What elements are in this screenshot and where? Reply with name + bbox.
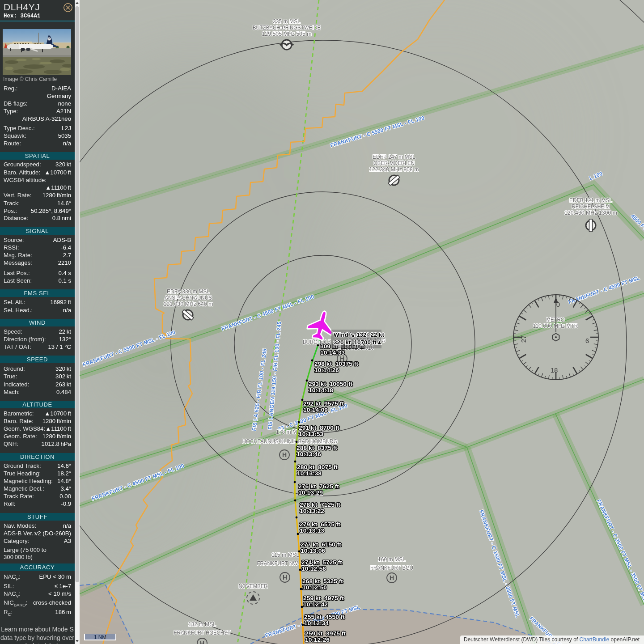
svg-text:298 kt 10375 ft: 298 kt 10375 ft xyxy=(314,360,359,367)
svg-text:METRO: METRO xyxy=(547,317,565,323)
svg-text:120.430 MHz 1300 m: 120.430 MHz 1300 m xyxy=(564,210,617,216)
svg-text:255 kt 4550 ft: 255 kt 4550 ft xyxy=(304,614,345,620)
svg-text:129.505 MHz 505 m: 129.505 MHz 505 m xyxy=(262,31,312,37)
svg-text:10:14:26: 10:14:26 xyxy=(314,367,339,373)
svg-text:122.340 MHz 808 m: 122.340 MHz 808 m xyxy=(369,166,419,173)
svg-text:268 kt 5325 ft: 268 kt 5325 ft xyxy=(302,578,343,585)
svg-text:292 kt 9575 ft: 292 kt 9575 ft xyxy=(303,400,344,407)
svg-text:10:14:09: 10:14:09 xyxy=(303,407,328,413)
svg-text:10:12:42: 10:12:42 xyxy=(303,601,328,608)
svg-text:0: 0 xyxy=(556,301,560,308)
svg-text:EDFP 247 m MSL: EDFP 247 m MSL xyxy=(373,154,415,160)
svg-text:10:12:58: 10:12:58 xyxy=(301,565,326,572)
svg-text:EDFB 121 m MSL: EDFB 121 m MSL xyxy=(569,197,612,203)
svg-text:H: H xyxy=(200,640,204,644)
svg-text:10:12:26: 10:12:26 xyxy=(305,636,330,643)
svg-text:115 m MSL: 115 m MSL xyxy=(271,552,299,558)
svg-text:HOCHTAUNUS-KLINIK BAD HOMBURG: HOCHTAUNUS-KLINIK BAD HOMBURG xyxy=(242,438,338,445)
svg-text:H: H xyxy=(283,574,287,581)
svg-text:160 m MSL: 160 m MSL xyxy=(378,556,406,563)
svg-text:10:14:18: 10:14:18 xyxy=(309,387,333,394)
svg-text:18: 18 xyxy=(551,366,558,374)
svg-text:10:13:13: 10:13:13 xyxy=(300,527,324,534)
svg-text:1 NM: 1 NM xyxy=(94,634,106,640)
svg-text:274 kt 5725 ft: 274 kt 5725 ft xyxy=(301,559,343,566)
svg-text:279 kt 6575 ft: 279 kt 6575 ft xyxy=(300,521,341,528)
svg-text:259 kt 4975 ft: 259 kt 4975 ft xyxy=(303,595,344,602)
svg-text:REICHELSHEIM: REICHELSHEIM xyxy=(572,203,610,210)
svg-text:NOVEMBER: NOVEMBER xyxy=(239,583,268,589)
svg-text:BUTZBACH-PFINGSTWEIDE: BUTZBACH-PFINGSTWEIDE xyxy=(253,25,321,31)
svg-text:10:13:06: 10:13:06 xyxy=(301,547,325,554)
svg-text:259 kt 3975 ft: 259 kt 3975 ft xyxy=(305,630,346,637)
svg-text:121.030 MHz 640 m: 121.030 MHz 640 m xyxy=(164,301,213,307)
svg-text:320 kt 10700 ft▲: 320 kt 10700 ft▲ xyxy=(334,339,382,346)
svg-text:10:13:22: 10:13:22 xyxy=(300,508,324,514)
svg-text:277 kt 6150 ft: 277 kt 6150 ft xyxy=(301,541,342,548)
svg-text:10:14:33: 10:14:33 xyxy=(320,349,345,356)
svg-text:H: H xyxy=(390,574,394,581)
svg-text:278 kt 7125 ft: 278 kt 7125 ft xyxy=(300,501,341,508)
svg-text:H: H xyxy=(282,451,287,458)
svg-text:FRANKFURT BGU: FRANKFURT BGU xyxy=(370,565,413,571)
svg-text:10:13:29: 10:13:29 xyxy=(298,489,323,496)
svg-text:FRANKFURT HOECHST: FRANKFURT HOECHST xyxy=(174,630,231,636)
svg-text:10:12:34: 10:12:34 xyxy=(304,620,329,627)
svg-text:10:13:53: 10:13:53 xyxy=(299,431,323,437)
svg-text:132 m MSL: 132 m MSL xyxy=(188,621,216,627)
svg-text:OBER-MOERLEN: OBER-MOERLEN xyxy=(373,160,415,166)
svg-text:110.000 MHz MTR: 110.000 MHz MTR xyxy=(533,323,578,329)
svg-text:27: 27 xyxy=(520,335,527,343)
svg-text:276 kt 7625 ft: 276 kt 7625 ft xyxy=(298,483,339,490)
svg-text:Wind ↘ 132° 22 kt: Wind ↘ 132° 22 kt xyxy=(334,331,385,338)
svg-text:ANSPACH/TAUNUS: ANSPACH/TAUNUS xyxy=(165,295,212,301)
svg-text:288 kt 8375 ft: 288 kt 8375 ft xyxy=(297,445,338,451)
svg-text:293 kt 10050 ft: 293 kt 10050 ft xyxy=(309,381,353,387)
svg-text:291 kt 8700 ft: 291 kt 8700 ft xyxy=(299,424,340,431)
svg-text:10:13:46: 10:13:46 xyxy=(297,451,321,458)
svg-text:280 kt 8075 ft: 280 kt 8075 ft xyxy=(297,464,338,470)
svg-text:10:12:50: 10:12:50 xyxy=(302,584,327,591)
svg-text:9: 9 xyxy=(585,337,589,345)
svg-text:EDFA 330 m MSL: EDFA 330 m MSL xyxy=(167,288,210,295)
svg-text:10:13:38: 10:13:38 xyxy=(297,470,322,477)
svg-text:335 m MSL: 335 m MSL xyxy=(273,18,301,25)
